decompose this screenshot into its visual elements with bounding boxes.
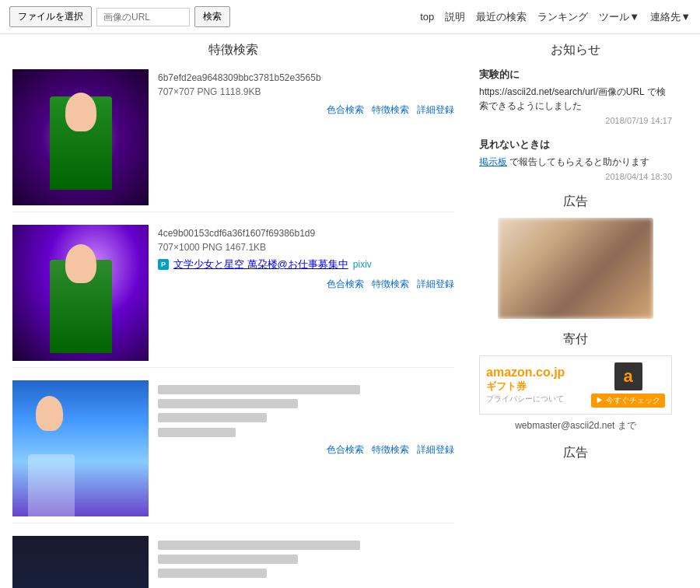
result-title-2: P 文学少女と星空 萬朶楼@お仕事募集中 pixiv — [158, 257, 454, 271]
color-search-2[interactable]: 色合検索 — [327, 278, 364, 291]
notice-block-2: 見れないときは 掲示板 で報告してもらえると助かります 2018/04/14 1… — [479, 138, 672, 181]
nav-recent-search[interactable]: 最近の検索 — [476, 10, 527, 24]
result-actions-3: 色合検索 特徴検索 詳細登録 — [158, 443, 454, 457]
result-hash-1: 6b7efd2ea9648309bbc3781b52e3565b — [158, 72, 454, 83]
ad-image-1 — [498, 218, 653, 319]
feature-search-2[interactable]: 特徴検索 — [372, 278, 409, 291]
blurred-meta-4 — [158, 555, 298, 564]
feature-search-1[interactable]: 特徴検索 — [372, 103, 409, 117]
sidebar-notice-title: お知らせ — [479, 42, 672, 58]
nav-top[interactable]: top — [420, 11, 434, 23]
detail-register-2[interactable]: 詳細登録 — [417, 278, 454, 291]
notice-date-1: 2018/07/19 14:17 — [479, 116, 672, 125]
blurred-hash-4 — [158, 541, 360, 550]
notice-text-2: 掲示板 で報告してもらえると助かります — [479, 155, 672, 169]
result-thumbnail-1 — [12, 69, 149, 205]
ad-title-2: 広告 — [479, 445, 672, 461]
search-button[interactable]: 検索 — [194, 6, 230, 27]
color-search-3[interactable]: 色合検索 — [327, 443, 364, 457]
amazon-left: amazon.co.jp ギフト券 プライバシーについて — [486, 366, 565, 404]
ad-placeholder-1 — [498, 218, 653, 319]
result-actions-1: 色合検索 特徴検索 詳細登録 — [158, 103, 454, 117]
amazon-cta[interactable]: ▶ 今すぐチェック — [591, 394, 665, 408]
pixiv-label: pixiv — [353, 259, 372, 270]
amazon-privacy: プライバシーについて — [486, 394, 565, 404]
result-meta-2: 707×1000 PNG 1467.1KB — [158, 242, 454, 253]
result-info-4 — [158, 536, 454, 588]
result-meta-3 — [158, 397, 454, 408]
result-info-1: 6b7efd2ea9648309bbc3781b52e3565b 707×707… — [158, 69, 454, 205]
amazon-banner[interactable]: amazon.co.jp ギフト券 プライバシーについて a ▶ 今すぐチェック — [479, 355, 672, 415]
notice-text-after-2: で報告してもらえると助かります — [509, 156, 649, 167]
amazon-a-logo: a — [614, 362, 642, 390]
result-thumbnail-4 — [12, 536, 149, 588]
webmaster-text: webmaster@ascii2d.net まで — [479, 419, 672, 432]
header: ファイルを選択 検索 top 説明 最近の検索 ランキング ツール▼ 連絡先▼ — [0, 0, 700, 34]
result-title-link-2[interactable]: 文学少女と星空 萬朶楼@お仕事募集中 — [173, 257, 348, 271]
detail-register-1[interactable]: 詳細登録 — [417, 103, 454, 117]
result-info-2: 4ce9b00153cdf6a36f1607f69386b1d9 707×100… — [158, 225, 454, 361]
notice-title-1: 実験的に — [479, 68, 672, 82]
result-thumbnail-3 — [12, 380, 149, 516]
blurred-title-3 — [158, 413, 267, 422]
section-title-left: 特徴検索 — [12, 42, 454, 58]
result-meta-4 — [158, 553, 454, 564]
header-left: ファイルを選択 検索 — [9, 6, 414, 27]
blurred-title-4 — [158, 569, 267, 578]
notice-date-2: 2018/04/14 18:30 — [479, 172, 672, 181]
amazon-gift: ギフト券 — [486, 380, 565, 394]
sidebar: お知らせ 実験的に https://ascii2d.net/search/url… — [467, 34, 684, 588]
amazon-logo: amazon.co.jp — [486, 366, 565, 380]
nav-ranking[interactable]: ランキング — [537, 10, 588, 24]
nav-explanation[interactable]: 説明 — [445, 10, 465, 24]
result-item: 6b7efd2ea9648309bbc3781b52e3565b 707×707… — [12, 69, 454, 212]
result-image-1 — [12, 69, 149, 205]
result-hash-3 — [158, 383, 454, 394]
notice-title-2: 見れないときは — [479, 138, 672, 152]
main-container: 特徴検索 6b7efd2ea9648309bbc3781b52e3565b 70… — [0, 34, 700, 588]
donation-section: 寄付 amazon.co.jp ギフト券 プライバシーについて a ▶ 今すぐチ… — [479, 331, 672, 432]
donation-title: 寄付 — [479, 331, 672, 348]
header-nav: top 説明 最近の検索 ランキング ツール▼ 連絡先▼ — [420, 10, 691, 24]
feature-search-3[interactable]: 特徴検索 — [372, 443, 409, 457]
result-item — [12, 536, 454, 588]
result-actions-2: 色合検索 特徴検索 詳細登録 — [158, 278, 454, 291]
nav-contact[interactable]: 連絡先▼ — [650, 10, 691, 24]
result-thumbnail-2 — [12, 225, 149, 361]
content-left: 特徴検索 6b7efd2ea9648309bbc3781b52e3565b 70… — [0, 34, 467, 588]
file-select-button[interactable]: ファイルを選択 — [9, 6, 92, 27]
url-input[interactable] — [96, 8, 190, 26]
blurred-meta-3 — [158, 399, 298, 408]
blurred-hash-3 — [158, 385, 360, 394]
result-info-3: 色合検索 特徴検索 詳細登録 — [158, 380, 454, 516]
pixiv-icon: P — [158, 259, 169, 270]
result-item: 4ce9b00153cdf6a36f1607f69386b1d9 707×100… — [12, 225, 454, 368]
notice-block-1: 実験的に https://ascii2d.net/search/url/画像のU… — [479, 68, 672, 125]
result-image-3 — [12, 380, 149, 516]
result-image-4 — [12, 536, 149, 588]
result-item: 色合検索 特徴検索 詳細登録 — [12, 380, 454, 523]
ad-title-1: 広告 — [479, 194, 672, 210]
detail-register-3[interactable]: 詳細登録 — [417, 443, 454, 457]
notice-text-1: https://ascii2d.net/search/url/画像のURL で検… — [479, 85, 672, 113]
result-hash-4 — [158, 539, 454, 550]
result-meta-1: 707×707 PNG 1118.9KB — [158, 86, 454, 97]
color-search-1[interactable]: 色合検索 — [327, 103, 364, 117]
amazon-right: a ▶ 今すぐチェック — [591, 362, 665, 408]
nav-tools[interactable]: ツール▼ — [599, 10, 639, 24]
result-hash-2: 4ce9b00153cdf6a36f1607f69386b1d9 — [158, 228, 454, 239]
result-image-2 — [12, 225, 149, 361]
blurred-sub-3 — [158, 428, 236, 437]
notice-link-2[interactable]: 掲示板 — [479, 156, 507, 167]
